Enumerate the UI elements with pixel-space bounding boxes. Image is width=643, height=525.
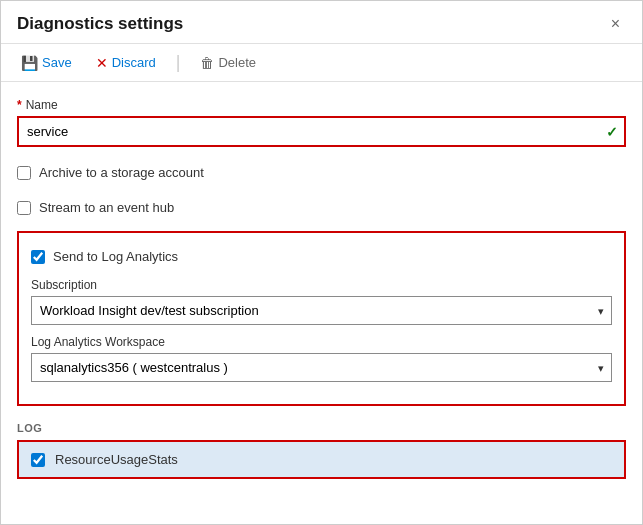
name-field-label: * Name (17, 98, 626, 112)
save-label: Save (42, 55, 72, 70)
log-analytics-checkbox[interactable] (31, 250, 45, 264)
delete-label: Delete (218, 55, 256, 70)
toolbar: 💾 Save ✕ Discard | 🗑 Delete (1, 44, 642, 82)
log-section: LOG ResourceUsageStats (17, 422, 626, 479)
save-icon: 💾 (21, 55, 38, 71)
stream-checkbox-row: Stream to an event hub (17, 196, 626, 219)
workspace-label: Log Analytics Workspace (31, 335, 612, 349)
resource-usage-stats-checkbox[interactable] (31, 453, 45, 467)
archive-checkbox-row: Archive to a storage account (17, 161, 626, 184)
delete-icon: 🗑 (200, 55, 214, 71)
name-input-wrapper: ✓ (17, 116, 626, 147)
dialog-header: Diagnostics settings × (1, 1, 642, 44)
subscription-field: Subscription Workload Insight dev/test s… (31, 278, 612, 325)
log-items-box: ResourceUsageStats (17, 440, 626, 479)
resource-usage-stats-label[interactable]: ResourceUsageStats (55, 452, 178, 467)
dialog-content: * Name ✓ Archive to a storage account St… (1, 82, 642, 524)
name-field-group: * Name ✓ (17, 98, 626, 147)
save-button[interactable]: 💾 Save (17, 53, 76, 73)
stream-label[interactable]: Stream to an event hub (39, 200, 174, 215)
name-input[interactable] (19, 118, 606, 145)
log-analytics-section: Send to Log Analytics Subscription Workl… (17, 231, 626, 406)
workspace-dropdown[interactable]: sqlanalytics356 ( westcentralus ) (31, 353, 612, 382)
close-button[interactable]: × (605, 13, 626, 35)
name-required-marker: * (17, 98, 22, 112)
name-valid-icon: ✓ (606, 124, 624, 140)
name-label-text: Name (26, 98, 58, 112)
list-item: ResourceUsageStats (19, 442, 624, 477)
workspace-field: Log Analytics Workspace sqlanalytics356 … (31, 335, 612, 382)
delete-button[interactable]: 🗑 Delete (196, 53, 260, 73)
log-analytics-checkbox-row: Send to Log Analytics (31, 245, 612, 268)
diagnostics-dialog: Diagnostics settings × 💾 Save ✕ Discard … (0, 0, 643, 525)
archive-checkbox[interactable] (17, 166, 31, 180)
log-section-label: LOG (17, 422, 626, 434)
subscription-dropdown[interactable]: Workload Insight dev/test subscription (31, 296, 612, 325)
discard-icon: ✕ (96, 55, 108, 71)
dialog-title: Diagnostics settings (17, 14, 183, 34)
subscription-label: Subscription (31, 278, 612, 292)
stream-checkbox[interactable] (17, 201, 31, 215)
subscription-dropdown-wrapper: Workload Insight dev/test subscription ▾ (31, 296, 612, 325)
log-analytics-label[interactable]: Send to Log Analytics (53, 249, 178, 264)
archive-label[interactable]: Archive to a storage account (39, 165, 204, 180)
discard-button[interactable]: ✕ Discard (92, 53, 160, 73)
workspace-dropdown-wrapper: sqlanalytics356 ( westcentralus ) ▾ (31, 353, 612, 382)
discard-label: Discard (112, 55, 156, 70)
toolbar-separator: | (176, 52, 181, 73)
